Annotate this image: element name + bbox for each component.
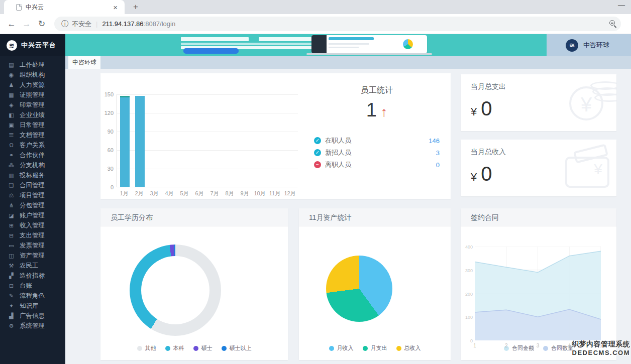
sidebar-item-7[interactable]: ☰文档管理 (0, 130, 65, 140)
sidebar-item-21[interactable]: ▞造价指标 (0, 271, 65, 281)
legend-label: 本科 (173, 344, 184, 352)
menu-item-icon: ⚒ (8, 263, 15, 269)
menu-item-label: 账户管理 (20, 211, 45, 220)
reload-button[interactable]: ↻ (34, 19, 49, 29)
sidebar-item-10[interactable]: ⁂分支机构 (0, 160, 65, 170)
stat-value[interactable]: 0 (436, 161, 440, 169)
sidebar-item-20[interactable]: ⚒农民工 (0, 261, 65, 271)
menu-item-label: 印章管理 (20, 101, 45, 109)
menu-item-label: 分支机构 (20, 161, 45, 170)
employee-headline: 1↑ (311, 99, 442, 121)
legend-item-总收入[interactable]: 总收入 (396, 344, 421, 352)
area-x-tick: 2 (501, 343, 511, 348)
back-button[interactable]: ← (4, 19, 19, 29)
address-bar[interactable]: ⓘ 不安全 | 211.94.137.86 :8087/login (54, 17, 621, 31)
x-axis-tick: 8月 (222, 190, 237, 197)
workspace-tab-active[interactable]: 中咨环球 (68, 56, 100, 69)
legend-item-月收入[interactable]: 月收入 (329, 344, 354, 352)
contract-card-title: 签约合同 (461, 208, 616, 226)
employee-bar-chart (117, 94, 297, 187)
x-axis-tick: 11月 (267, 190, 282, 197)
education-card-body: 其他本科硕士硕士以上 (100, 226, 288, 360)
legend-dot (165, 346, 170, 351)
sidebar-item-0[interactable]: ▤工作处理 (0, 60, 65, 70)
menu-item-icon: ▤ (8, 62, 15, 68)
trend-up-arrow-icon: ↑ (381, 104, 388, 119)
legend-item-月支出[interactable]: 月支出 (363, 344, 387, 352)
sidebar-item-17[interactable]: ⊟支出管理 (0, 230, 65, 240)
window-minimize-button[interactable]: — (618, 1, 625, 9)
sidebar-item-26[interactable]: ⚙系统管理 (0, 321, 65, 331)
menu-item-label: 投标服务 (20, 171, 45, 180)
sidebar-item-5[interactable]: ◧企业业绩 (0, 110, 65, 120)
sidebar-item-12[interactable]: ❏合同管理 (0, 180, 65, 190)
x-axis-tick: 5月 (177, 190, 192, 197)
stat-value[interactable]: 3 (436, 149, 440, 157)
tab-close-icon[interactable]: × (111, 3, 120, 12)
sidebar-item-15[interactable]: ◪账户管理 (0, 210, 65, 220)
sidebar-item-8[interactable]: Ω客户关系 (0, 140, 65, 150)
sidebar-item-3[interactable]: ▦证照管理 (0, 90, 65, 100)
legend-item-本科[interactable]: 本科 (165, 344, 184, 352)
employee-stat-rows: ✓在职人员146✓新招人员3−离职人员0 (314, 135, 440, 171)
sidebar-item-19[interactable]: ◫资产管理 (0, 251, 65, 261)
menu-item-icon: ✎ (8, 293, 15, 299)
legend-label: 月支出 (371, 344, 387, 352)
area-x-tick: 3 (533, 343, 543, 348)
menu-item-label: 人力资源 (20, 81, 45, 89)
y-axis-tick: 90 (100, 129, 114, 135)
legend-label: 其他 (145, 344, 156, 352)
sidebar-item-24[interactable]: ✦知识库 (0, 301, 65, 311)
brand-name: 中兴云平台 (21, 41, 56, 50)
sidebar-item-25[interactable]: ▟广告信息 (0, 311, 65, 321)
sidebar-item-18[interactable]: ▭发票管理 (0, 240, 65, 251)
sidebar-item-2[interactable]: ♟人力资源 (0, 80, 65, 90)
wallet-yen: ¥ (594, 161, 602, 178)
education-donut-chart (130, 245, 221, 336)
page-zoom-icon[interactable] (609, 20, 615, 26)
menu-item-icon: ⋔ (8, 202, 15, 209)
bar-2月[interactable] (135, 96, 145, 187)
sidebar-item-6[interactable]: ▣日常管理 (0, 120, 65, 130)
bar-1月[interactable] (120, 96, 130, 187)
sidebar-item-23[interactable]: ✎流程角色 (0, 291, 65, 301)
x-axis-tick: 3月 (147, 190, 162, 197)
menu-item-label: 资产管理 (20, 252, 45, 260)
menu-item-label: 台账 (20, 282, 32, 290)
partner-name: 中咨环球 (583, 41, 609, 50)
sidebar-item-11[interactable]: ▥投标服务 (0, 170, 65, 180)
menu-item-icon: ◉ (8, 72, 15, 78)
info-icon[interactable]: ⓘ (61, 20, 68, 29)
asset-legend: 月收入月支出总收入 (299, 344, 451, 352)
menu-item-icon: ◪ (8, 212, 15, 219)
status-icon: − (314, 161, 321, 168)
sidebar-item-4[interactable]: ◈印章管理 (0, 100, 65, 110)
area-x-tick: 1 (470, 343, 480, 348)
legend-item-硕士以上[interactable]: 硕士以上 (222, 344, 252, 352)
sidebar-item-9[interactable]: ⚭合作伙伴 (0, 150, 65, 160)
expense-amount: 0 (481, 97, 492, 119)
legend-item-其他[interactable]: 其他 (137, 344, 156, 352)
x-axis-tick: 2月 (132, 190, 147, 197)
top-banner-ad[interactable]: ≋ 中咨环球 (65, 34, 631, 56)
banner-ad-button[interactable] (183, 48, 239, 54)
stat-value[interactable]: 146 (429, 137, 440, 145)
forward-button[interactable]: → (19, 19, 34, 29)
y-axis-tick: 60 (100, 147, 114, 153)
main-area: ≋ 中咨环球 中咨环球 03060901201501月2月3月4月5月6月7月8… (65, 34, 631, 364)
monthly-income-card: 当月总收入 ¥0 ¥ (461, 140, 616, 196)
new-tab-button[interactable]: + (130, 2, 142, 13)
area-y-tick: 100 (462, 315, 473, 320)
security-label: 不安全 (72, 20, 91, 29)
asset-pie-chart (326, 256, 392, 322)
sidebar-item-1[interactable]: ◉组织机构 (0, 70, 65, 80)
x-axis-tick: 9月 (237, 190, 252, 197)
browser-tab[interactable]: 中兴云 × (4, 0, 125, 14)
sidebar-item-13[interactable]: ⚖项目管理 (0, 190, 65, 200)
legend-item-硕士[interactable]: 硕士 (193, 344, 213, 352)
menu-item-icon: ▥ (8, 172, 15, 179)
sidebar-item-22[interactable]: ⊡台账 (0, 281, 65, 291)
sidebar-item-14[interactable]: ⋔分包管理 (0, 200, 65, 210)
brand-logo-icon: ≋ (7, 40, 17, 51)
sidebar-item-16[interactable]: ⊞收入管理 (0, 220, 65, 230)
